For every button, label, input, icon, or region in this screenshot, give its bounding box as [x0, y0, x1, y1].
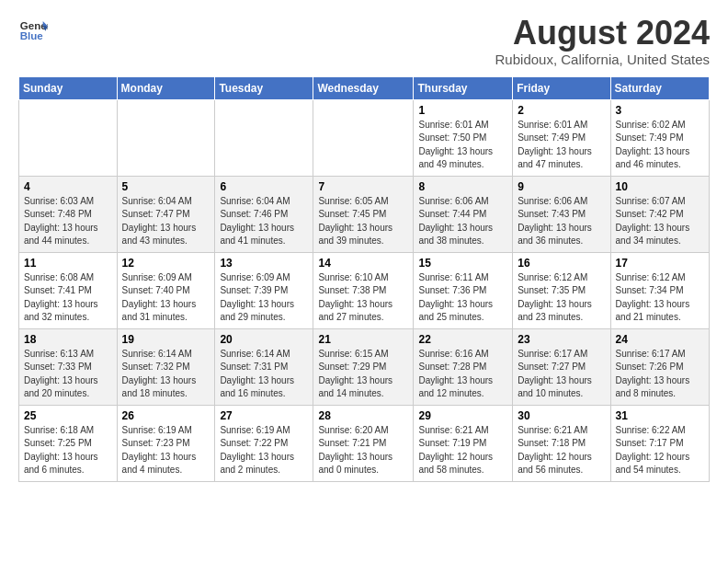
day-number: 21 — [318, 333, 408, 346]
location-title: Rubidoux, California, United States — [495, 52, 710, 67]
day-cell: 1Sunrise: 6:01 AM Sunset: 7:50 PM Daylig… — [414, 99, 513, 176]
day-cell: 4Sunrise: 6:03 AM Sunset: 7:48 PM Daylig… — [19, 176, 118, 252]
day-cell: 3Sunrise: 6:02 AM Sunset: 7:49 PM Daylig… — [610, 99, 709, 176]
day-info: Sunrise: 6:11 AM Sunset: 7:36 PM Dayligh… — [418, 271, 507, 325]
day-cell — [313, 99, 414, 176]
week-row-3: 11Sunrise: 6:08 AM Sunset: 7:41 PM Dayli… — [19, 252, 710, 328]
day-number: 10 — [616, 180, 704, 193]
day-cell: 30Sunrise: 6:21 AM Sunset: 7:18 PM Dayli… — [513, 405, 610, 481]
day-info: Sunrise: 6:15 AM Sunset: 7:29 PM Dayligh… — [318, 348, 408, 401]
day-header-wednesday: Wednesday — [313, 76, 414, 99]
day-number: 11 — [24, 257, 112, 270]
title-block: August 2024 Rubidoux, California, United… — [495, 15, 710, 67]
day-cell: 17Sunrise: 6:12 AM Sunset: 7:34 PM Dayli… — [610, 252, 709, 328]
day-cell: 27Sunrise: 6:19 AM Sunset: 7:22 PM Dayli… — [215, 405, 313, 481]
day-info: Sunrise: 6:03 AM Sunset: 7:48 PM Dayligh… — [24, 195, 112, 248]
day-info: Sunrise: 6:07 AM Sunset: 7:42 PM Dayligh… — [616, 195, 704, 248]
day-info: Sunrise: 6:04 AM Sunset: 7:47 PM Dayligh… — [122, 195, 210, 248]
day-number: 14 — [318, 257, 408, 270]
day-cell: 31Sunrise: 6:22 AM Sunset: 7:17 PM Dayli… — [610, 405, 709, 481]
day-number: 26 — [122, 409, 210, 422]
day-info: Sunrise: 6:21 AM Sunset: 7:18 PM Dayligh… — [518, 424, 605, 477]
day-cell: 29Sunrise: 6:21 AM Sunset: 7:19 PM Dayli… — [414, 405, 513, 481]
day-cell: 12Sunrise: 6:09 AM Sunset: 7:40 PM Dayli… — [117, 252, 215, 328]
day-info: Sunrise: 6:19 AM Sunset: 7:23 PM Dayligh… — [122, 424, 210, 477]
day-number: 13 — [220, 257, 308, 270]
day-header-friday: Friday — [513, 76, 610, 99]
day-cell: 20Sunrise: 6:14 AM Sunset: 7:31 PM Dayli… — [215, 328, 313, 405]
day-number: 20 — [220, 333, 308, 346]
day-cell: 2Sunrise: 6:01 AM Sunset: 7:49 PM Daylig… — [513, 99, 610, 176]
day-number: 4 — [24, 180, 112, 193]
day-cell: 19Sunrise: 6:14 AM Sunset: 7:32 PM Dayli… — [117, 328, 215, 405]
day-header-monday: Monday — [117, 76, 215, 99]
day-info: Sunrise: 6:09 AM Sunset: 7:40 PM Dayligh… — [122, 271, 210, 325]
week-row-4: 18Sunrise: 6:13 AM Sunset: 7:33 PM Dayli… — [19, 328, 710, 405]
day-number: 8 — [418, 180, 507, 193]
day-info: Sunrise: 6:04 AM Sunset: 7:46 PM Dayligh… — [220, 195, 308, 248]
day-header-saturday: Saturday — [610, 76, 709, 99]
day-info: Sunrise: 6:16 AM Sunset: 7:28 PM Dayligh… — [418, 348, 507, 401]
day-info: Sunrise: 6:17 AM Sunset: 7:27 PM Dayligh… — [518, 348, 605, 401]
day-info: Sunrise: 6:09 AM Sunset: 7:39 PM Dayligh… — [220, 271, 308, 325]
day-info: Sunrise: 6:01 AM Sunset: 7:49 PM Dayligh… — [518, 119, 605, 172]
day-header-tuesday: Tuesday — [215, 76, 313, 99]
day-number: 3 — [616, 104, 704, 117]
day-cell: 26Sunrise: 6:19 AM Sunset: 7:23 PM Dayli… — [117, 405, 215, 481]
day-cell: 21Sunrise: 6:15 AM Sunset: 7:29 PM Dayli… — [313, 328, 414, 405]
day-info: Sunrise: 6:14 AM Sunset: 7:32 PM Dayligh… — [122, 348, 210, 401]
day-info: Sunrise: 6:12 AM Sunset: 7:34 PM Dayligh… — [616, 271, 704, 325]
week-row-2: 4Sunrise: 6:03 AM Sunset: 7:48 PM Daylig… — [19, 176, 710, 252]
day-info: Sunrise: 6:10 AM Sunset: 7:38 PM Dayligh… — [318, 271, 408, 325]
calendar-table: SundayMondayTuesdayWednesdayThursdayFrid… — [18, 76, 710, 482]
day-cell: 13Sunrise: 6:09 AM Sunset: 7:39 PM Dayli… — [215, 252, 313, 328]
day-info: Sunrise: 6:01 AM Sunset: 7:50 PM Dayligh… — [418, 119, 507, 172]
day-cell: 23Sunrise: 6:17 AM Sunset: 7:27 PM Dayli… — [513, 328, 610, 405]
day-number: 5 — [122, 180, 210, 193]
day-number: 30 — [518, 409, 605, 422]
day-info: Sunrise: 6:18 AM Sunset: 7:25 PM Dayligh… — [24, 424, 112, 477]
day-info: Sunrise: 6:19 AM Sunset: 7:22 PM Dayligh… — [220, 424, 308, 477]
day-info: Sunrise: 6:13 AM Sunset: 7:33 PM Dayligh… — [24, 348, 112, 401]
day-info: Sunrise: 6:21 AM Sunset: 7:19 PM Dayligh… — [418, 424, 507, 477]
day-cell: 22Sunrise: 6:16 AM Sunset: 7:28 PM Dayli… — [414, 328, 513, 405]
day-cell — [117, 99, 215, 176]
day-cell — [215, 99, 313, 176]
day-info: Sunrise: 6:02 AM Sunset: 7:49 PM Dayligh… — [616, 119, 704, 172]
day-cell: 11Sunrise: 6:08 AM Sunset: 7:41 PM Dayli… — [19, 252, 118, 328]
logo: General Blue — [18, 15, 48, 44]
day-number: 25 — [24, 409, 112, 422]
day-number: 17 — [616, 257, 704, 270]
logo-icon: General Blue — [18, 15, 48, 44]
svg-text:Blue: Blue — [20, 30, 44, 41]
day-number: 18 — [24, 333, 112, 346]
day-cell: 24Sunrise: 6:17 AM Sunset: 7:26 PM Dayli… — [610, 328, 709, 405]
day-cell: 15Sunrise: 6:11 AM Sunset: 7:36 PM Dayli… — [414, 252, 513, 328]
day-cell: 9Sunrise: 6:06 AM Sunset: 7:43 PM Daylig… — [513, 176, 610, 252]
day-number: 6 — [220, 180, 308, 193]
day-cell: 18Sunrise: 6:13 AM Sunset: 7:33 PM Dayli… — [19, 328, 118, 405]
day-number: 9 — [518, 180, 605, 193]
day-number: 22 — [418, 333, 507, 346]
month-title: August 2024 — [495, 15, 710, 52]
day-header-sunday: Sunday — [19, 76, 118, 99]
day-number: 23 — [518, 333, 605, 346]
day-cell: 16Sunrise: 6:12 AM Sunset: 7:35 PM Dayli… — [513, 252, 610, 328]
day-info: Sunrise: 6:17 AM Sunset: 7:26 PM Dayligh… — [616, 348, 704, 401]
day-cell: 7Sunrise: 6:05 AM Sunset: 7:45 PM Daylig… — [313, 176, 414, 252]
day-header-thursday: Thursday — [414, 76, 513, 99]
day-info: Sunrise: 6:06 AM Sunset: 7:43 PM Dayligh… — [518, 195, 605, 248]
day-number: 1 — [418, 104, 507, 117]
day-cell: 8Sunrise: 6:06 AM Sunset: 7:44 PM Daylig… — [414, 176, 513, 252]
day-number: 7 — [318, 180, 408, 193]
day-info: Sunrise: 6:08 AM Sunset: 7:41 PM Dayligh… — [24, 271, 112, 325]
page-header: General Blue August 2024 Rubidoux, Calif… — [18, 15, 710, 67]
day-info: Sunrise: 6:14 AM Sunset: 7:31 PM Dayligh… — [220, 348, 308, 401]
day-number: 15 — [418, 257, 507, 270]
day-number: 27 — [220, 409, 308, 422]
week-row-5: 25Sunrise: 6:18 AM Sunset: 7:25 PM Dayli… — [19, 405, 710, 481]
day-info: Sunrise: 6:22 AM Sunset: 7:17 PM Dayligh… — [616, 424, 704, 477]
day-number: 16 — [518, 257, 605, 270]
day-info: Sunrise: 6:05 AM Sunset: 7:45 PM Dayligh… — [318, 195, 408, 248]
day-number: 29 — [418, 409, 507, 422]
